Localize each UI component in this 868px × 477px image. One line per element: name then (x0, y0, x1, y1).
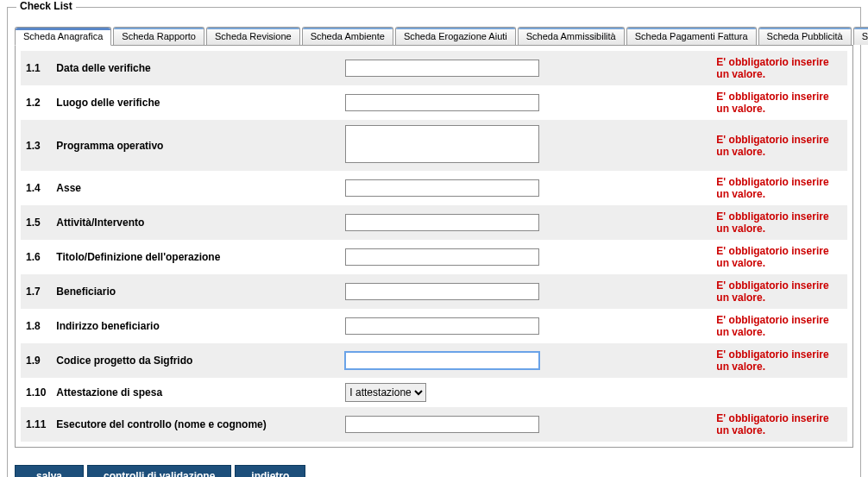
text-input[interactable] (345, 352, 539, 369)
row-label: Codice progetto da Sigfrido (51, 343, 340, 378)
row-label: Titolo/Definizione dell'operazione (51, 240, 340, 274)
row-input-cell (340, 240, 564, 274)
tab-1[interactable]: Scheda Rapporto (113, 27, 204, 45)
text-input[interactable] (345, 60, 539, 77)
text-input[interactable] (345, 248, 539, 266)
tab-8[interactable]: Scheda Generale (853, 27, 868, 45)
row-number: 1.5 (21, 205, 51, 240)
select-input[interactable]: I attestazione (345, 383, 426, 402)
row-input-cell (340, 407, 564, 442)
text-input[interactable] (345, 283, 539, 300)
validate-button[interactable]: controlli di validazione (87, 465, 231, 477)
fieldset-legend: Check List (16, 0, 76, 12)
row-label: Esecutore del controllo (nome e cognome) (51, 407, 340, 442)
row-error: E' obbligatorio inserire un valore. (711, 205, 847, 240)
row-input-cell: I attestazione (340, 378, 564, 407)
row-label: Data delle verifiche (51, 51, 340, 85)
row-label: Attività/Intervento (51, 205, 340, 240)
row-number: 1.9 (21, 343, 51, 378)
text-input[interactable] (345, 179, 539, 197)
tab-4[interactable]: Scheda Erogazione Aiuti (395, 27, 516, 45)
row-number: 1.8 (21, 309, 51, 343)
row-input-cell (340, 85, 564, 120)
row-number: 1.3 (21, 120, 51, 171)
row-input-cell (340, 120, 564, 171)
text-input[interactable] (345, 214, 539, 231)
row-error: E' obbligatorio inserire un valore. (711, 407, 847, 442)
row-label: Beneficiario (51, 274, 340, 309)
row-error: E' obbligatorio inserire un valore. (711, 309, 847, 343)
form-body: 1.1Data delle verificheE' obbligatorio i… (21, 51, 847, 442)
save-button[interactable]: salva (15, 465, 84, 477)
row-input-cell (340, 51, 564, 85)
row-number: 1.4 (21, 171, 51, 205)
form-row: 1.7BeneficiarioE' obbligatorio inserire … (21, 274, 847, 309)
form-row: 1.11Esecutore del controllo (nome e cogn… (21, 407, 847, 442)
tab-6[interactable]: Scheda Pagamenti Fattura (626, 27, 757, 45)
row-label: Programma operativo (51, 120, 340, 171)
row-spacer (564, 51, 711, 85)
tab-5[interactable]: Scheda Ammissibilità (518, 27, 625, 45)
row-spacer (564, 85, 711, 120)
form-row: 1.5Attività/InterventoE' obbligatorio in… (21, 205, 847, 240)
row-label: Attestazione di spesa (51, 378, 340, 407)
row-error: E' obbligatorio inserire un valore. (711, 171, 847, 205)
button-bar: salva controlli di validazione indietro (15, 465, 853, 477)
form-row: 1.1Data delle verificheE' obbligatorio i… (21, 51, 847, 85)
row-error: E' obbligatorio inserire un valore. (711, 274, 847, 309)
tab-3[interactable]: Scheda Ambiente (302, 27, 393, 45)
form-row: 1.8Indirizzo beneficiarioE' obbligatorio… (21, 309, 847, 343)
row-label: Indirizzo beneficiario (51, 309, 340, 343)
row-input-cell (340, 343, 564, 378)
form-row: 1.3Programma operativoE' obbligatorio in… (21, 120, 847, 171)
row-spacer (564, 274, 711, 309)
tab-0[interactable]: Scheda Anagrafica (15, 27, 111, 46)
listbox-input[interactable] (345, 125, 539, 163)
row-input-cell (340, 205, 564, 240)
form-row: 1.10Attestazione di spesaI attestazione (21, 378, 847, 407)
tab-7[interactable]: Scheda Pubblicità (758, 27, 852, 45)
row-spacer (564, 343, 711, 378)
row-input-cell (340, 274, 564, 309)
row-input-cell (340, 171, 564, 205)
row-number: 1.2 (21, 85, 51, 120)
row-number: 1.1 (21, 51, 51, 85)
back-button[interactable]: indietro (235, 465, 305, 477)
row-label: Luogo delle verifiche (51, 85, 340, 120)
row-number: 1.6 (21, 240, 51, 274)
row-error: E' obbligatorio inserire un valore. (711, 120, 847, 171)
row-spacer (564, 240, 711, 274)
row-spacer (564, 120, 711, 171)
row-spacer (564, 309, 711, 343)
row-error: E' obbligatorio inserire un valore. (711, 343, 847, 378)
row-error (711, 378, 847, 407)
form-row: 1.9Codice progetto da SigfridoE' obbliga… (21, 343, 847, 378)
row-number: 1.10 (21, 378, 51, 407)
form-row: 1.2Luogo delle verificheE' obbligatorio … (21, 85, 847, 120)
row-number: 1.11 (21, 407, 51, 442)
text-input[interactable] (345, 416, 539, 433)
row-label: Asse (51, 171, 340, 205)
row-error: E' obbligatorio inserire un valore. (711, 240, 847, 274)
row-input-cell (340, 309, 564, 343)
row-spacer (564, 378, 711, 407)
form-row: 1.6Titolo/Definizione dell'operazioneE' … (21, 240, 847, 274)
row-number: 1.7 (21, 274, 51, 309)
form-table: 1.1Data delle verificheE' obbligatorio i… (21, 51, 847, 442)
row-spacer (564, 407, 711, 442)
text-input[interactable] (345, 94, 539, 111)
form-row: 1.4AsseE' obbligatorio inserire un valor… (21, 171, 847, 205)
checklist-fieldset: Check List Scheda AnagraficaScheda Rappo… (7, 7, 861, 477)
form-panel: 1.1Data delle verificheE' obbligatorio i… (15, 45, 853, 448)
row-spacer (564, 205, 711, 240)
row-error: E' obbligatorio inserire un valore. (711, 51, 847, 85)
text-input[interactable] (345, 317, 539, 335)
tab-2[interactable]: Scheda Revisione (206, 27, 300, 45)
row-error: E' obbligatorio inserire un valore. (711, 85, 847, 120)
tab-strip: Scheda AnagraficaScheda RapportoScheda R… (15, 27, 853, 45)
row-spacer (564, 171, 711, 205)
